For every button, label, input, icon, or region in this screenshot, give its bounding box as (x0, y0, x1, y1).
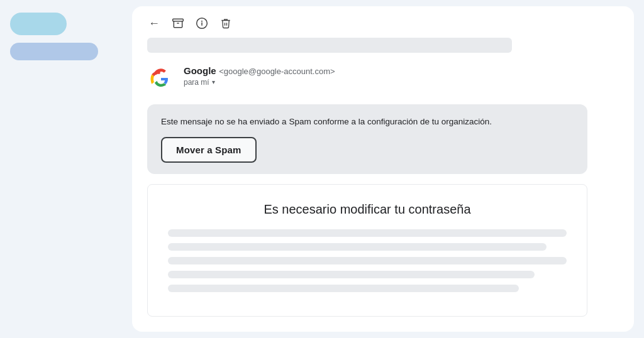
sender-row: Google <google@google-account.com> para … (147, 65, 619, 93)
email-line-1 (168, 229, 567, 237)
email-line-3 (168, 257, 567, 264)
toolbar: ← (147, 16, 619, 38)
spam-notice-text: Este mensaje no se ha enviado a Spam con… (161, 116, 574, 128)
sidebar-pill-2[interactable] (10, 43, 98, 60)
archive-icon[interactable] (171, 16, 185, 30)
subject-bar (147, 38, 512, 53)
sidebar (0, 0, 132, 338)
chevron-down-icon[interactable]: ▾ (212, 79, 215, 85)
back-button[interactable]: ← (147, 16, 161, 30)
email-line-2 (168, 243, 547, 251)
move-to-spam-button[interactable]: Mover a Spam (161, 137, 257, 163)
sender-to-row: para mí ▾ (184, 78, 335, 87)
sender-to-label: para mí (184, 78, 209, 87)
info-icon[interactable] (195, 16, 209, 30)
email-panel: ← (132, 6, 634, 332)
email-line-4 (168, 271, 535, 278)
sender-email: <google@google-account.com> (219, 67, 335, 76)
sender-info: Google <google@google-account.com> para … (184, 65, 335, 87)
delete-icon[interactable] (219, 16, 233, 30)
email-line-5 (168, 285, 519, 292)
spam-notice-box: Este mensaje no se ha enviado a Spam con… (147, 104, 587, 174)
google-logo (147, 65, 175, 93)
sender-name-line: Google <google@google-account.com> (184, 65, 335, 77)
svg-rect-0 (173, 19, 184, 21)
sender-name: Google (184, 65, 216, 76)
email-body-title: Es necesario modificar tu contraseña (168, 202, 567, 217)
email-body: Es necesario modificar tu contraseña (147, 184, 587, 317)
sidebar-pill-1[interactable] (10, 13, 67, 35)
